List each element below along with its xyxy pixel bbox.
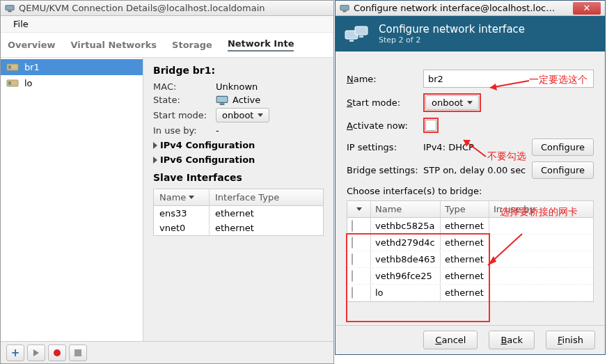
sidebar-item-lo[interactable]: lo — [1, 75, 143, 91]
bottom-toolbar: + — [1, 341, 333, 363]
interface-table: Name Type In use by vethbc5825aethernet … — [347, 200, 594, 302]
main-titlebar: QEMU/KVM Connection Details@localhost.lo… — [1, 1, 333, 16]
monitor-icon — [216, 95, 228, 105]
close-button[interactable]: ✕ — [573, 2, 601, 15]
back-button[interactable]: Back — [489, 331, 535, 349]
table-row[interactable]: loethernet — [347, 285, 593, 301]
tab-network-interfaces[interactable]: Network Inte — [228, 38, 294, 52]
bridge-value: STP on, delay 0.00 sec — [423, 165, 532, 175]
svg-rect-3 — [8, 65, 11, 69]
state-label: State: — [153, 95, 216, 105]
name-field[interactable] — [423, 70, 594, 88]
row-checkbox[interactable] — [352, 253, 353, 265]
detail-panel: Bridge br1: MAC:Unknown State: Active St… — [143, 58, 333, 341]
startmode-dropdown[interactable]: onboot — [216, 108, 269, 122]
main-title: QEMU/KVM Connection Details@localhost.lo… — [19, 3, 265, 13]
state-value: Active — [232, 95, 260, 105]
activate-checkbox[interactable] — [425, 120, 436, 131]
tab-virtual-networks[interactable]: Virtual Networks — [71, 40, 157, 50]
dialog-header-subtitle: Step 2 of 2 — [379, 35, 525, 45]
chevron-down-icon — [356, 207, 362, 211]
row-checkbox[interactable] — [352, 270, 353, 282]
close-icon: ✕ — [583, 3, 591, 13]
chevron-down-icon — [189, 196, 194, 199]
activate-label: Activate now: — [347, 120, 423, 131]
dialog-header-title: Configure network interface — [379, 23, 525, 35]
bridge-configure-button[interactable]: Configure — [532, 161, 594, 179]
computers-icon — [344, 24, 370, 45]
dialog-body: Name: Start mode: onboot Activate now: I… — [336, 52, 605, 306]
menu-file[interactable]: File — [8, 17, 34, 31]
main-window: QEMU/KVM Connection Details@localhost.lo… — [0, 0, 334, 364]
startmode-label: Start mode: — [153, 110, 216, 120]
ipv6-expander[interactable]: IPv6 Configuration — [153, 155, 324, 165]
table-row[interactable]: vethb8de463ethernet — [347, 251, 593, 268]
inuse-label: In use by: — [153, 125, 216, 136]
dialog-header: Configure network interface Step 2 of 2 — [336, 16, 605, 52]
sidebar: br1 lo — [1, 58, 143, 341]
delete-button[interactable] — [69, 345, 87, 361]
table-row: vnet0ethernet — [154, 221, 323, 235]
table-row[interactable]: veth96fce25ethernet — [347, 268, 593, 285]
svg-rect-13 — [359, 35, 363, 38]
tab-overview[interactable]: Overview — [8, 40, 56, 50]
app-icon — [5, 3, 15, 13]
cancel-button[interactable]: Cancel — [423, 331, 478, 349]
main-body: br1 lo Bridge br1: MAC:Unknown State: Ac… — [1, 58, 333, 341]
svg-rect-1 — [8, 10, 11, 12]
col-check[interactable] — [347, 201, 371, 217]
slave-table: Name Interface Type ens33ethernet vnet0e… — [153, 189, 324, 236]
mac-label: MAC: — [153, 81, 216, 92]
ip-value: IPv4: DHCP — [423, 142, 532, 152]
col-inuse[interactable]: In use by — [489, 201, 593, 217]
sidebar-item-label: br1 — [24, 62, 40, 72]
name-label: Name: — [347, 74, 423, 84]
col-name[interactable]: Name — [154, 189, 210, 205]
svg-rect-0 — [6, 5, 14, 10]
slaves-heading: Slave Interfaces — [153, 172, 324, 183]
ipv4-expander[interactable]: IPv4 Configuration — [153, 140, 324, 150]
sidebar-item-label: lo — [24, 78, 33, 88]
col-name[interactable]: Name — [371, 201, 441, 217]
table-row: ens33ethernet — [154, 206, 323, 221]
start-button[interactable] — [27, 345, 45, 361]
chevron-down-icon — [467, 101, 473, 104]
dialog-title: Configure network interface@localhost.lo… — [354, 3, 555, 13]
startmode-label: Start mode: — [347, 97, 423, 108]
col-type[interactable]: Type — [441, 201, 489, 217]
menubar: File — [1, 16, 333, 33]
network-card-icon — [6, 79, 19, 88]
play-icon — [33, 349, 39, 356]
bridge-heading: Bridge br1: — [153, 65, 324, 76]
row-checkbox[interactable] — [352, 287, 353, 299]
inuse-value: - — [216, 125, 324, 136]
dialog-footer: Cancel Back Finish — [336, 325, 605, 354]
svg-rect-9 — [342, 10, 346, 12]
app-icon — [340, 3, 349, 13]
triangle-right-icon — [153, 142, 157, 149]
row-checkbox[interactable] — [352, 220, 353, 232]
record-icon — [54, 349, 61, 356]
triangle-right-icon — [153, 157, 157, 164]
choose-label: Choose interface(s) to bridge: — [347, 186, 594, 196]
row-checkbox[interactable] — [352, 237, 353, 248]
svg-rect-11 — [355, 26, 368, 35]
svg-rect-12 — [349, 40, 354, 42]
svg-rect-6 — [216, 96, 228, 102]
table-row[interactable]: vethbc5825aethernet — [347, 218, 593, 235]
plus-icon: + — [11, 347, 20, 359]
startmode-dropdown[interactable]: onboot — [425, 95, 479, 110]
chevron-down-icon — [258, 113, 263, 117]
add-button[interactable]: + — [6, 345, 24, 361]
table-row[interactable]: vethd279d4cethernet — [347, 235, 593, 251]
col-type[interactable]: Interface Type — [210, 189, 323, 205]
mac-value: Unknown — [216, 81, 324, 92]
ip-configure-button[interactable]: Configure — [532, 139, 594, 156]
network-card-icon — [6, 63, 19, 72]
svg-rect-8 — [340, 5, 349, 10]
finish-button[interactable]: Finish — [546, 331, 595, 349]
tab-storage[interactable]: Storage — [172, 40, 212, 50]
svg-rect-7 — [220, 103, 225, 104]
stop-button[interactable] — [48, 345, 66, 361]
sidebar-item-br1[interactable]: br1 — [1, 59, 143, 75]
